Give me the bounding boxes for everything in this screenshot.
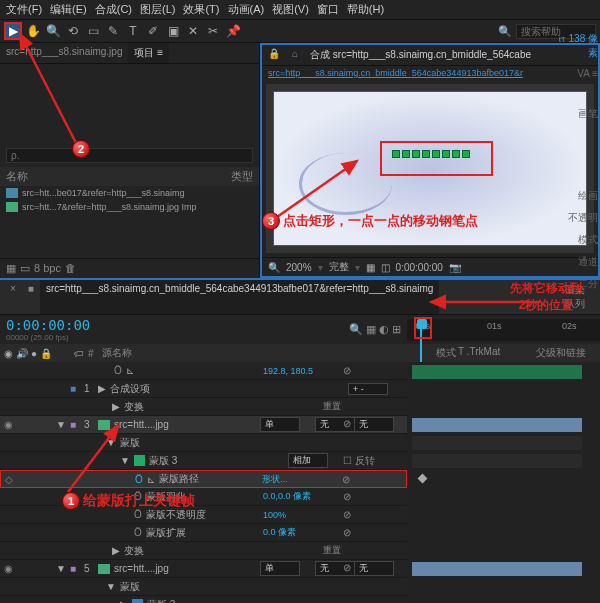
mask-color-swatch[interactable] — [132, 599, 143, 603]
twirl-icon[interactable]: ▼ — [106, 437, 116, 448]
trash-icon[interactable]: 🗑 — [65, 262, 76, 275]
stopwatch-icon[interactable]: Ö — [134, 491, 142, 502]
layer-bar[interactable] — [412, 365, 582, 379]
magnify-icon[interactable]: 🔍 — [268, 262, 280, 273]
menu-layer[interactable]: 图层(L) — [140, 2, 175, 17]
layer-bar[interactable] — [412, 418, 582, 432]
menu-effect[interactable]: 效果(T) — [183, 2, 219, 17]
project-search-input[interactable] — [11, 150, 248, 161]
twirl-icon[interactable]: ▼ — [106, 581, 116, 592]
invert-checkbox[interactable]: ☐ — [343, 455, 352, 466]
menu-comp[interactable]: 合成(C) — [95, 2, 132, 17]
text-tool[interactable]: T — [124, 22, 142, 40]
comp-viewer[interactable] — [266, 84, 594, 253]
search-layers-icon[interactable]: 🔍 — [349, 323, 363, 336]
comp-mini-icon[interactable]: ▦ — [366, 323, 376, 336]
grid-icon[interactable]: ▦ — [366, 262, 375, 273]
menu-window[interactable]: 窗口 — [317, 2, 339, 17]
stopwatch-icon[interactable]: Ö — [135, 474, 143, 485]
transform-row[interactable]: ▶ 变换 重置 — [0, 542, 407, 560]
project-item[interactable]: src=htt...be017&refer=http___s8.sinaimg — [0, 186, 259, 200]
parent-dropdown[interactable]: 无 — [354, 561, 394, 576]
tl-menu-icon[interactable]: ■ — [22, 280, 40, 314]
project-tab[interactable]: 项目 ≡ — [128, 43, 169, 63]
anchor-value[interactable]: 192.8, 180.5 — [263, 366, 343, 376]
twirl-icon[interactable]: ▶ — [112, 401, 120, 412]
label-color[interactable]: ■ — [70, 383, 84, 394]
comp-timecode[interactable]: 0:00:00:00 — [396, 262, 443, 273]
pen-tool[interactable]: ✎ — [104, 22, 122, 40]
stopwatch-icon[interactable]: Ö — [134, 509, 142, 520]
project-item[interactable]: src=htt...7&refer=http___s8.sinaimg.jpg … — [0, 200, 259, 214]
home-icon[interactable]: ⌂ — [286, 45, 304, 65]
rect-tool[interactable]: ▭ — [84, 22, 102, 40]
link-icon[interactable]: ⊘ — [342, 474, 402, 485]
mask-row[interactable]: ▼ 蒙版 3 相加 ☐ 反转 — [0, 452, 407, 470]
label-color[interactable]: ■ — [70, 419, 84, 430]
opacity-value[interactable]: 100% — [263, 510, 343, 520]
menu-file[interactable]: 文件(F) — [6, 2, 42, 17]
link-icon[interactable]: ⊘ — [343, 562, 351, 573]
mask-icon[interactable]: ◫ — [381, 262, 390, 273]
time-ruler[interactable]: :00s 01s 02s — [407, 319, 600, 341]
twirl-icon[interactable]: ▶ — [112, 545, 120, 556]
link-icon[interactable]: ⊘ — [343, 418, 351, 429]
menu-anim[interactable]: 动画(A) — [228, 2, 265, 17]
mask-feather-row[interactable]: Ö 蒙版羽化 0.0,0.0 像素 ⊘ — [0, 488, 407, 506]
brush-tool[interactable]: ✐ — [144, 22, 162, 40]
mode-dropdown[interactable]: + - — [348, 383, 388, 395]
comp-breadcrumb[interactable]: src=http___s8.sinaimg.cn_bmiddle_564cabe… — [262, 66, 598, 80]
keyframe-diamond[interactable] — [418, 474, 428, 484]
mask-row[interactable]: ▶ 蒙版 3 — [0, 596, 407, 603]
shy-icon[interactable]: ◐ — [379, 323, 389, 336]
menu-help[interactable]: 帮助(H) — [347, 2, 384, 17]
project-search[interactable] — [6, 148, 253, 163]
brush-panel-label[interactable]: 画笔 — [550, 103, 600, 125]
selection-tool[interactable]: ▶ — [4, 22, 22, 40]
mask-color-swatch[interactable] — [134, 455, 145, 466]
expansion-value[interactable]: 0.0 像素 — [263, 526, 343, 539]
orbit-tool[interactable]: ⟲ — [64, 22, 82, 40]
puppet-tool[interactable]: 📌 — [224, 22, 242, 40]
eye-icon[interactable]: ◉ — [4, 419, 13, 430]
timeline-tab[interactable]: src=http___s8.sinaimg.cn_bmiddle_564cabe… — [40, 280, 440, 314]
link-icon[interactable]: ⊘ — [343, 509, 403, 520]
masks-group-row[interactable]: ▼ 蒙版 — [0, 578, 407, 596]
zoom-dropdown[interactable]: 200% — [286, 262, 312, 273]
mask-expansion-row[interactable]: Ö 蒙版扩展 0.0 像素 ⊘ — [0, 524, 407, 542]
link-icon[interactable]: ⊘ — [343, 365, 403, 376]
menu-edit[interactable]: 编辑(E) — [50, 2, 87, 17]
interpret-icon[interactable]: ▦ — [6, 262, 16, 275]
path-value[interactable]: 形状... — [262, 473, 342, 486]
label-color[interactable]: ■ — [70, 563, 84, 574]
layer-row[interactable]: ■ 1 ▶ 合成设项 + - — [0, 380, 407, 398]
lock-icon[interactable]: 🔒 — [262, 45, 286, 65]
feather-value[interactable]: 0.0,0.0 像素 — [263, 490, 343, 503]
mask-mode-dropdown[interactable]: 相加 — [288, 453, 328, 468]
hand-tool[interactable]: ✋ — [24, 22, 42, 40]
snapshot-icon[interactable]: 📷 — [449, 262, 461, 273]
twirl-icon[interactable]: ▼ — [56, 563, 70, 574]
bpc-toggle[interactable]: 8 bpc — [34, 262, 61, 275]
mask-path-row[interactable]: ◇ Ö ⊾ 蒙版路径 形状... ⊘ — [0, 470, 407, 488]
paint-panel-label[interactable]: 绘画 — [550, 185, 600, 207]
project-tab-file[interactable]: src=http___s8.sinaimg.jpg — [0, 43, 128, 63]
masks-group-row[interactable]: ▼ 蒙版 — [0, 434, 407, 452]
mode-dropdown[interactable]: 单 — [260, 417, 300, 432]
twirl-icon[interactable]: ▼ — [120, 455, 130, 466]
eye-icon[interactable]: ◉ — [4, 563, 13, 574]
twirl-icon[interactable]: ▶ — [98, 383, 106, 394]
layer-bar[interactable] — [412, 562, 582, 576]
menu-view[interactable]: 视图(V) — [272, 2, 309, 17]
stopwatch-icon[interactable]: Ö — [134, 527, 142, 538]
stopwatch-icon[interactable]: Ö — [114, 365, 122, 376]
graph-icon[interactable]: ⊞ — [392, 323, 401, 336]
twirl-icon[interactable]: ▶ — [120, 599, 128, 603]
comp-tab[interactable]: 合成 src=http___s8.sinaimg.cn_bmiddle_564c… — [304, 45, 537, 65]
current-time-indicator[interactable] — [417, 319, 427, 341]
link-icon[interactable]: ⊘ — [343, 491, 403, 502]
eraser-tool[interactable]: ✕ — [184, 22, 202, 40]
close-tab-icon[interactable]: × — [4, 280, 22, 314]
timeline-tracks[interactable] — [407, 362, 600, 603]
folder-icon[interactable]: ▭ — [20, 262, 30, 275]
